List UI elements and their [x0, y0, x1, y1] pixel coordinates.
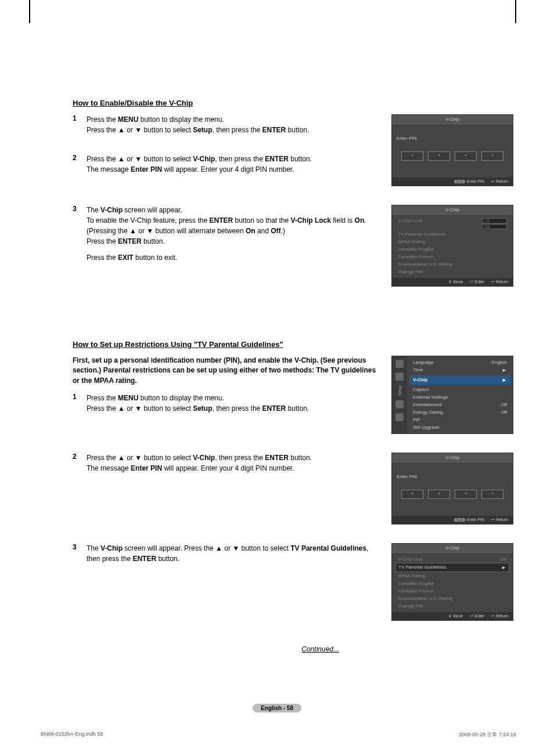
menu-item-ce[interactable]: Canadian English — [395, 580, 509, 587]
hint-enter-pin: 0~9Enter PIN — [454, 518, 484, 522]
hint-enter: ⏎ Enter — [470, 614, 484, 618]
step-text: Press the ▲ or ▼ button to select V-Chip… — [87, 154, 381, 175]
menu-item-cf[interactable]: Canadian French — [395, 587, 509, 595]
pin-digit[interactable]: * — [428, 151, 450, 161]
sidebar-icon — [395, 413, 404, 421]
pin-digit[interactable]: * — [455, 490, 477, 499]
pin-digit[interactable]: * — [455, 151, 477, 161]
step-number: 2 — [73, 154, 87, 175]
sidebar-icon — [395, 372, 404, 381]
menu-item-caption[interactable]: Caption — [411, 386, 509, 393]
menu-item-dus[interactable]: Downloadable U.S. Rating — [395, 595, 509, 602]
hint-return: ↩ Return — [491, 518, 508, 522]
menu-item-tvpg[interactable]: TV Parental Guidelines — [395, 230, 509, 238]
tv-title: V-Chip — [392, 453, 513, 462]
hint-enter: ⏎ Enter — [470, 280, 484, 284]
menu-item-entertainment[interactable]: Entertainment: Off — [411, 401, 509, 408]
sidebar-label: Setup — [398, 385, 402, 396]
hint-move: ⇕ Move — [448, 280, 463, 284]
tv-screen-vchip-menu: V-Chip V-Chip LockOffOn TV Parental Guid… — [391, 205, 513, 287]
pin-digit[interactable]: * — [481, 490, 503, 499]
menu-item-mpaa[interactable]: MPAA Rating — [395, 238, 509, 245]
print-footer-right: 2008-05-28 오후 7:24:16 — [459, 731, 516, 739]
step-number: 3 — [73, 543, 87, 564]
step-number: 2 — [73, 453, 87, 473]
enter-pin-label: Enter PIN — [397, 136, 508, 141]
hint-enter-pin: 0~9Enter PIN — [454, 179, 484, 184]
menu-item-language[interactable]: Language: English — [411, 359, 509, 366]
step-number: 1 — [73, 393, 87, 414]
step-number: 1 — [73, 114, 87, 135]
pin-input-row: * * * * — [397, 151, 508, 161]
tv-title: V-Chip — [392, 544, 513, 553]
hint-move: ⇕ Move — [448, 614, 463, 618]
page-number-badge: English - 58 — [253, 704, 301, 712]
step-text: Press the MENU button to display the men… — [87, 114, 381, 135]
step-text: The V-Chip screen will appear. To enable… — [87, 205, 381, 263]
sidebar-icon — [395, 360, 404, 368]
menu-item-pip: PIP — [411, 416, 509, 424]
menu-item-sw[interactable]: SW Upgrade — [411, 424, 509, 431]
tv-screen-setup: Setup Language: English Time► V-Chip► Ca… — [391, 356, 513, 434]
menu-item-cf[interactable]: Canadian French — [395, 253, 509, 261]
continued-label: Continued... — [73, 645, 513, 653]
step-number: 3 — [73, 205, 87, 263]
menu-item-lock[interactable]: V-Chip LockOffOn — [395, 217, 509, 230]
tv-title: V-Chip — [392, 115, 513, 124]
menu-item-lock[interactable]: V-Chip Lock: On — [395, 555, 509, 563]
menu-item-time[interactable]: Time► — [411, 366, 509, 374]
menu-item-external[interactable]: External Settings — [411, 393, 509, 401]
step-text: Press the MENU button to display the men… — [87, 393, 381, 414]
pin-digit[interactable]: * — [481, 151, 503, 161]
menu-item-cpin[interactable]: Change PIN — [395, 268, 509, 276]
print-footer-left: BN68-01526A-Eng.indb 58 — [41, 731, 103, 739]
step-text: The V-Chip screen will appear. Press the… — [87, 543, 381, 564]
hint-return: ↩ Return — [491, 179, 508, 184]
enter-pin-label: Enter PIN — [397, 474, 508, 479]
menu-item-energy[interactable]: Energy Saving: Off — [411, 408, 509, 416]
tv-screen-pin: V-Chip Enter PIN * * * * 0~9Enter PIN ↩ … — [391, 453, 513, 525]
section-heading: How to Enable/Disable the V-Chip — [73, 99, 513, 107]
section-heading: How to Set up Restrictions Using "TV Par… — [73, 340, 513, 349]
crop-mark — [29, 0, 30, 23]
intro-text: First, set up a personal identification … — [73, 356, 381, 386]
crop-mark — [515, 0, 516, 23]
menu-item-mpaa[interactable]: MPAA Rating — [395, 572, 509, 580]
menu-item-dus[interactable]: Downloadable U.S. Rating — [395, 261, 509, 268]
pin-digit[interactable]: * — [401, 490, 423, 499]
hint-return: ↩ Return — [491, 280, 508, 284]
step-text: Press the ▲ or ▼ button to select V-Chip… — [87, 453, 381, 473]
menu-item-cpin[interactable]: Change PIN — [395, 602, 509, 610]
menu-item-tvpg[interactable]: TV Parental Guidelines► — [395, 563, 509, 572]
menu-item-ce[interactable]: Canadian English — [395, 245, 509, 253]
hint-return: ↩ Return — [491, 614, 508, 618]
pin-digit[interactable]: * — [401, 151, 423, 161]
sidebar-icon — [395, 400, 404, 408]
tv-screen-pin: V-Chip Enter PIN * * * * 0~9Enter PIN ↩ … — [391, 114, 513, 186]
tv-title: V-Chip — [392, 205, 513, 215]
pin-digit[interactable]: * — [428, 490, 450, 499]
tv-screen-vchip-menu-2: V-Chip V-Chip Lock: On TV Parental Guide… — [391, 543, 513, 621]
pin-input-row: * * * * — [397, 490, 508, 499]
menu-item-vchip[interactable]: V-Chip► — [409, 375, 510, 385]
